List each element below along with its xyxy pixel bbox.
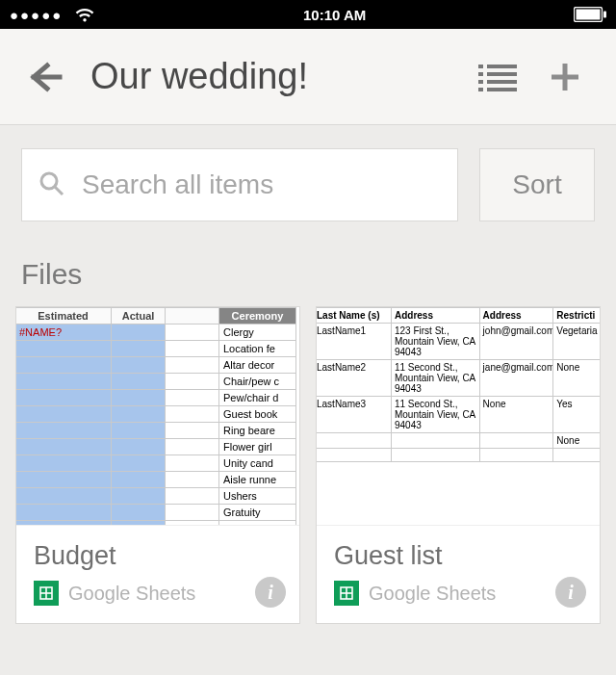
- svg-rect-3: [478, 65, 483, 68]
- svg-rect-6: [487, 72, 517, 76]
- file-title: Guest list: [334, 541, 584, 571]
- svg-rect-5: [478, 72, 483, 76]
- files-section-label: Files: [0, 245, 616, 306]
- add-button[interactable]: [531, 60, 599, 94]
- file-grid: EstimatedActualCeremony #NAME?Clergy esL…: [0, 306, 616, 624]
- status-bar: ●●●●● 10:10 AM: [0, 0, 616, 29]
- sort-button[interactable]: Sort: [479, 148, 595, 221]
- file-card-footer: Guest list Google Sheets i: [317, 525, 600, 623]
- page-title: Our wedding!: [90, 56, 308, 97]
- info-icon[interactable]: i: [255, 577, 286, 608]
- svg-rect-2: [603, 12, 606, 18]
- svg-rect-7: [478, 80, 483, 84]
- wifi-icon: [74, 7, 95, 22]
- search-icon: [38, 169, 64, 200]
- battery-icon: [574, 7, 606, 22]
- svg-rect-10: [487, 88, 517, 91]
- back-button[interactable]: [17, 58, 71, 96]
- svg-line-12: [55, 187, 63, 195]
- list-view-button[interactable]: [464, 63, 531, 91]
- file-type: Google Sheets: [369, 583, 496, 605]
- svg-point-11: [41, 173, 57, 189]
- svg-rect-8: [487, 80, 517, 84]
- file-thumbnail: EstimatedActualCeremony #NAME?Clergy esL…: [16, 307, 299, 525]
- search-input[interactable]: [82, 169, 442, 200]
- status-time: 10:10 AM: [303, 7, 366, 23]
- sheets-icon: [34, 581, 59, 606]
- file-thumbnail: Last Name (s)AddressAddressRestricti Las…: [317, 307, 600, 525]
- file-card-budget[interactable]: EstimatedActualCeremony #NAME?Clergy esL…: [15, 306, 300, 624]
- info-icon[interactable]: i: [555, 577, 586, 608]
- svg-rect-4: [487, 65, 517, 68]
- search-box[interactable]: [21, 148, 458, 221]
- search-row: Sort: [0, 125, 616, 245]
- file-title: Budget: [34, 541, 284, 571]
- svg-rect-9: [478, 88, 483, 91]
- sheets-icon: [334, 581, 359, 606]
- app-header: Our wedding!: [0, 29, 616, 125]
- file-type: Google Sheets: [68, 583, 195, 605]
- signal-dots-icon: ●●●●●: [10, 7, 63, 23]
- svg-rect-1: [577, 10, 601, 20]
- file-card-guest-list[interactable]: Last Name (s)AddressAddressRestricti Las…: [316, 306, 601, 624]
- file-card-footer: Budget Google Sheets i: [16, 525, 299, 623]
